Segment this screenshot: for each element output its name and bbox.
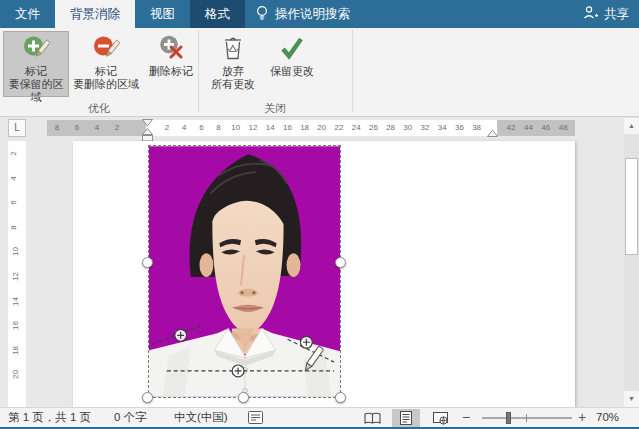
ruler-tick-number: 30: [403, 123, 412, 132]
button-label-line: 放弃: [222, 65, 244, 78]
ruler-tick-number: 36: [455, 123, 464, 132]
discard-changes-icon: [220, 34, 246, 62]
tab-background-removal[interactable]: 背景消除: [55, 0, 135, 28]
ruler-tick-number: 6: [75, 123, 79, 132]
selection-handle-bottom-center[interactable]: [238, 392, 249, 403]
photo-background-removal-preview[interactable]: [148, 145, 341, 398]
mark-keep-icon: [22, 34, 50, 62]
selection-handle-right[interactable]: [335, 257, 346, 268]
ruler-tick-number: 2: [115, 123, 119, 132]
vertical-scrollbar[interactable]: ▲ ▼: [624, 117, 639, 407]
zoom-slider[interactable]: [482, 417, 572, 419]
scroll-down-arrow[interactable]: ▼: [624, 391, 639, 407]
right-indent-marker[interactable]: [487, 129, 498, 137]
discard-all-changes-button[interactable]: 放弃 所有更改: [204, 32, 262, 96]
share-label: 共享: [604, 6, 629, 23]
tell-me-label: 操作说明搜索: [275, 6, 350, 23]
ruler-tick-number: 4: [95, 123, 99, 132]
lightbulb-icon: [255, 5, 269, 24]
ruler-tick-number: 22: [335, 123, 344, 132]
ruler-tick-number: 14: [11, 297, 20, 306]
selection-handle-left[interactable]: [142, 257, 153, 268]
tab-view[interactable]: 视图: [135, 0, 190, 28]
mark-remove-icon: [92, 34, 120, 62]
share-button[interactable]: 共享: [583, 0, 629, 28]
portrait-photo: [149, 146, 340, 397]
mark-areas-to-remove-button[interactable]: 标记 要删除的区域: [70, 32, 142, 96]
keep-changes-icon: [278, 34, 306, 62]
tab-format[interactable]: 格式: [190, 0, 245, 28]
zoom-level[interactable]: 70%: [596, 408, 619, 427]
web-layout-view-button[interactable]: [426, 409, 454, 427]
button-label-line: 标记: [25, 65, 47, 78]
print-layout-view-button[interactable]: [392, 409, 420, 427]
ruler-tick-number: 20: [11, 370, 20, 379]
ruler-tick-number: 8: [55, 123, 59, 132]
ruler-tick-number: 14: [266, 123, 275, 132]
selection-handle-bottom-left[interactable]: [142, 392, 153, 403]
ruler-tick-number: 4: [9, 176, 18, 180]
scroll-up-arrow[interactable]: ▲: [624, 118, 639, 134]
ruler-tick-number: 46: [541, 123, 550, 132]
left-indent-markers[interactable]: [142, 119, 153, 142]
ruler-tick-number: 6: [199, 123, 203, 132]
button-label-line: 标记: [95, 65, 117, 78]
ruler-tick-number: 42: [507, 123, 516, 132]
horizontal-ruler-row: L 86422468101214161820222426283032343638…: [0, 117, 639, 141]
ruler-tick-number: 38: [472, 123, 481, 132]
ruler-tick-number: 10: [11, 247, 20, 256]
word-count-status[interactable]: 0 个字: [114, 408, 147, 427]
delete-mark-button[interactable]: 删除标记: [144, 32, 198, 96]
ruler-tick-number: 16: [283, 123, 292, 132]
word-background-removal-window: 文件 背景消除 视图 格式 操作说明搜索 共享: [0, 0, 639, 429]
zoom-in-button[interactable]: +: [578, 408, 586, 427]
group-label-close: 关闭: [235, 101, 315, 116]
vertical-ruler: 2468101214161820: [8, 141, 26, 407]
ruler-tick-number: 2: [165, 123, 169, 132]
keep-changes-button[interactable]: 保留更改: [262, 32, 322, 96]
button-label-line: 保留更改: [270, 65, 314, 78]
ruler-tick-number: 4: [182, 123, 186, 132]
page-count-status[interactable]: 第 1 页，共 1 页: [8, 408, 91, 427]
tab-stop-selector[interactable]: L: [8, 119, 26, 137]
scrollbar-thumb[interactable]: [625, 158, 638, 255]
button-label-line: 删除标记: [149, 65, 193, 78]
ruler-tick-number: 32: [421, 123, 430, 132]
ruler-tick-number: 18: [300, 123, 309, 132]
horizontal-ruler: 8642246810121416182022242628303234363842…: [47, 120, 575, 136]
ruler-tick-number: 10: [231, 123, 240, 132]
ruler-tick-number: 26: [369, 123, 378, 132]
zoom-out-button[interactable]: −: [462, 408, 470, 427]
ruler-tick-number: 12: [11, 272, 20, 281]
ruler-tick-number: 24: [352, 123, 361, 132]
language-status[interactable]: 中文(中国): [174, 408, 228, 427]
group-separator: [352, 30, 353, 112]
ruler-tick-number: 6: [9, 200, 18, 204]
group-separator: [198, 30, 199, 112]
group-label-refine: 优化: [59, 101, 139, 116]
tell-me-search[interactable]: 操作说明搜索: [245, 0, 360, 28]
read-mode-view-button[interactable]: [358, 409, 386, 427]
ruler-tick-number: 16: [11, 321, 20, 330]
mark-areas-to-keep-button[interactable]: 标记 要保留的区域: [4, 32, 68, 96]
status-bar: 第 1 页，共 1 页 0 个字 中文(中国) − + 70%: [0, 407, 639, 427]
selection-handle-bottom-right[interactable]: [335, 392, 346, 403]
ruler-tick-number: 8: [216, 123, 220, 132]
ruler-tick-number: 44: [524, 123, 533, 132]
ruler-tick-number: 8: [9, 225, 18, 229]
zoom-slider-thumb[interactable]: [506, 412, 511, 424]
button-label-line: 要删除的区域: [73, 78, 139, 91]
delete-mark-icon: [157, 34, 185, 62]
zoom-slider-notch: [526, 414, 527, 422]
ruler-tick-number: 12: [249, 123, 258, 132]
button-label-line: 所有更改: [211, 78, 255, 91]
ribbon: 标记 要保留的区域 标记 要删除的区域: [0, 28, 639, 117]
ruler-tick-number: 48: [559, 123, 568, 132]
ruler-tick-number: 18: [11, 346, 20, 355]
ruler-tick-number: 20: [317, 123, 326, 132]
tab-file[interactable]: 文件: [0, 0, 55, 28]
ruler-tick-number: 2: [9, 151, 18, 155]
ruler-tick-number: 28: [386, 123, 395, 132]
ruler-tick-number: 34: [438, 123, 447, 132]
ribbon-tab-bar: 文件 背景消除 视图 格式 操作说明搜索 共享: [0, 0, 639, 28]
